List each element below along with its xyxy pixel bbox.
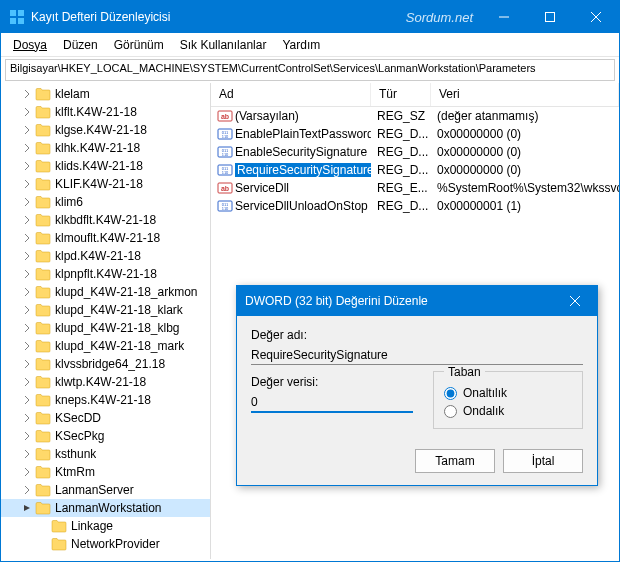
tree-item[interactable]: klmouflt.K4W-21-18	[1, 229, 210, 247]
chevron-right-icon[interactable]	[21, 358, 33, 370]
column-data[interactable]: Veri	[431, 83, 619, 106]
list-body: ab(Varsayılan)REG_SZ(değer atanmamış)011…	[211, 107, 619, 215]
tree-item[interactable]: klupd_K4W-21-18_arkmon	[1, 283, 210, 301]
close-button[interactable]	[573, 1, 619, 33]
radio-dec[interactable]: Ondalık	[444, 402, 572, 420]
chevron-right-icon[interactable]	[21, 304, 33, 316]
tree-item-label: LanmanServer	[55, 483, 134, 497]
chevron-right-icon[interactable]	[21, 322, 33, 334]
chevron-right-icon[interactable]	[21, 286, 33, 298]
chevron-right-icon[interactable]	[21, 376, 33, 388]
menubar: Dosya Düzen Görünüm Sık Kullanılanlar Ya…	[1, 33, 619, 57]
tree-item[interactable]: Linkage	[1, 517, 210, 535]
chevron-right-icon[interactable]	[21, 88, 33, 100]
dialog-close-button[interactable]	[561, 286, 589, 316]
tree-item[interactable]: klwtp.K4W-21-18	[1, 373, 210, 391]
tree-item[interactable]: KtmRm	[1, 463, 210, 481]
tree-item[interactable]: klpd.K4W-21-18	[1, 247, 210, 265]
value-name: EnablePlainTextPassword	[235, 127, 371, 141]
menu-edit[interactable]: Düzen	[55, 36, 106, 54]
list-row[interactable]: ab(Varsayılan)REG_SZ(değer atanmamış)	[211, 107, 619, 125]
svg-text:110: 110	[222, 206, 229, 211]
chevron-right-icon[interactable]	[21, 142, 33, 154]
column-type[interactable]: Tür	[371, 83, 431, 106]
list-row[interactable]: 011110EnableSecuritySignatureREG_D...0x0…	[211, 143, 619, 161]
tree-item[interactable]: klhk.K4W-21-18	[1, 139, 210, 157]
tree-item[interactable]: klflt.K4W-21-18	[1, 103, 210, 121]
tree-item[interactable]: klelam	[1, 85, 210, 103]
chevron-right-icon[interactable]	[21, 412, 33, 424]
svg-rect-3	[18, 18, 24, 24]
tree-item[interactable]: klpnpflt.K4W-21-18	[1, 265, 210, 283]
list-row[interactable]: 011110EnablePlainTextPasswordREG_D...0x0…	[211, 125, 619, 143]
list-row[interactable]: abServiceDllREG_E...%SystemRoot%\System3…	[211, 179, 619, 197]
chevron-right-icon[interactable]	[21, 484, 33, 496]
tree-item[interactable]: KSecDD	[1, 409, 210, 427]
chevron-right-icon[interactable]	[21, 466, 33, 478]
chevron-right-icon[interactable]	[21, 160, 33, 172]
radio-hex[interactable]: Onaltılık	[444, 384, 572, 402]
minimize-button[interactable]	[481, 1, 527, 33]
tree-item[interactable]: LanmanServer	[1, 481, 210, 499]
cancel-button[interactable]: İptal	[503, 449, 583, 473]
value-type: REG_D...	[371, 127, 431, 141]
chevron-right-icon[interactable]	[21, 250, 33, 262]
value-name-input[interactable]	[251, 346, 583, 365]
list-header: Ad Tür Veri	[211, 83, 619, 107]
ok-button[interactable]: Tamam	[415, 449, 495, 473]
tree-item-label: klim6	[55, 195, 83, 209]
chevron-right-icon[interactable]	[21, 106, 33, 118]
tree-item[interactable]: kneps.K4W-21-18	[1, 391, 210, 409]
tree-item[interactable]: klkbdflt.K4W-21-18	[1, 211, 210, 229]
chevron-right-icon[interactable]	[21, 268, 33, 280]
tree-item-label: klkbdflt.K4W-21-18	[55, 213, 156, 227]
folder-icon	[35, 411, 51, 425]
tree-item[interactable]: klupd_K4W-21-18_klark	[1, 301, 210, 319]
chevron-right-icon[interactable]	[21, 430, 33, 442]
chevron-right-icon[interactable]	[21, 394, 33, 406]
menu-favorites[interactable]: Sık Kullanılanlar	[172, 36, 275, 54]
tree-pane[interactable]: klelamklflt.K4W-21-18klgse.K4W-21-18klhk…	[1, 83, 211, 559]
value-data-input[interactable]	[251, 393, 413, 413]
menu-file[interactable]: Dosya	[5, 36, 55, 54]
list-row[interactable]: 011110ServiceDllUnloadOnStopREG_D...0x00…	[211, 197, 619, 215]
chevron-right-icon[interactable]	[21, 340, 33, 352]
list-row[interactable]: 011110RequireSecuritySignatureREG_D...0x…	[211, 161, 619, 179]
folder-icon	[35, 249, 51, 263]
column-name[interactable]: Ad	[211, 83, 371, 106]
tree-item[interactable]: klim6	[1, 193, 210, 211]
tree-item[interactable]: klids.K4W-21-18	[1, 157, 210, 175]
tree-item[interactable]: NetworkProvider	[1, 535, 210, 553]
menu-view[interactable]: Görünüm	[106, 36, 172, 54]
chevron-right-icon[interactable]	[21, 214, 33, 226]
folder-icon	[35, 285, 51, 299]
maximize-button[interactable]	[527, 1, 573, 33]
menu-help[interactable]: Yardım	[274, 36, 328, 54]
chevron-right-icon[interactable]	[37, 520, 49, 532]
chevron-right-icon[interactable]	[21, 178, 33, 190]
tree-item[interactable]: ksthunk	[1, 445, 210, 463]
folder-icon	[35, 501, 51, 515]
tree-item[interactable]: klupd_K4W-21-18_mark	[1, 337, 210, 355]
tree-item[interactable]: klgse.K4W-21-18	[1, 121, 210, 139]
folder-icon	[35, 159, 51, 173]
tree-item-label: klupd_K4W-21-18_mark	[55, 339, 184, 353]
chevron-right-icon[interactable]	[21, 232, 33, 244]
chevron-down-icon[interactable]	[21, 502, 33, 514]
chevron-right-icon[interactable]	[21, 448, 33, 460]
radio-dec-input[interactable]	[444, 405, 457, 418]
tree-item[interactable]: klupd_K4W-21-18_klbg	[1, 319, 210, 337]
chevron-right-icon[interactable]	[21, 196, 33, 208]
radio-hex-input[interactable]	[444, 387, 457, 400]
chevron-right-icon[interactable]	[37, 538, 49, 550]
chevron-right-icon[interactable]	[21, 124, 33, 136]
tree-item[interactable]: LanmanWorkstation	[1, 499, 210, 517]
folder-icon	[51, 519, 67, 533]
tree-item[interactable]: KSecPkg	[1, 427, 210, 445]
tree-item-label: KSecPkg	[55, 429, 104, 443]
tree-item-label: klpd.K4W-21-18	[55, 249, 141, 263]
tree-item-label: klhk.K4W-21-18	[55, 141, 140, 155]
tree-item[interactable]: klvssbridge64_21.18	[1, 355, 210, 373]
tree-item[interactable]: KLIF.K4W-21-18	[1, 175, 210, 193]
address-bar[interactable]: Bilgisayar\HKEY_LOCAL_MACHINE\SYSTEM\Cur…	[5, 59, 615, 81]
